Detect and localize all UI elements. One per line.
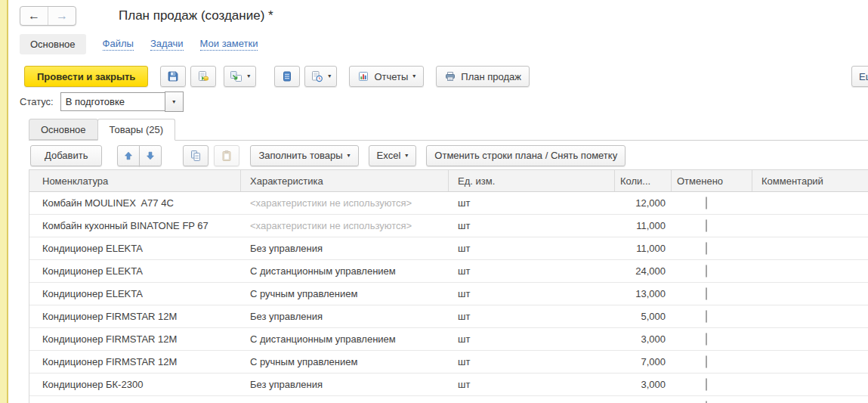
arrow-down-icon [145, 150, 156, 161]
cell-characteristic[interactable]: <характеристики не используются> [241, 197, 449, 209]
excel-label: Excel [377, 150, 401, 161]
nav-link-files[interactable]: Файлы [103, 38, 134, 51]
cell-nomenclature[interactable]: Кондиционер ELEKTA [29, 243, 241, 254]
canceled-checkbox[interactable] [706, 310, 707, 323]
nav-link-tasks[interactable]: Задачи [150, 38, 184, 51]
cell-canceled [672, 390, 752, 403]
history-nav-group: ← → [20, 6, 76, 26]
left-accent-stripe [0, 0, 8, 403]
status-input[interactable]: В подготовке [60, 92, 165, 111]
cell-qty[interactable]: 3,000 [615, 333, 672, 345]
canceled-checkbox[interactable] [706, 287, 707, 300]
cell-characteristic[interactable]: С дистанционным управлением [241, 265, 449, 277]
cell-qty[interactable]: 24,000 [615, 265, 672, 277]
excel-caret-icon: ▾ [405, 153, 408, 159]
create-based-on-button[interactable]: ▾ [224, 66, 256, 87]
page-title: План продаж (создание) * [119, 8, 273, 23]
command-toolbar: Провести и закрыть ▾ [24, 66, 530, 87]
cell-unit[interactable]: шт [449, 265, 615, 277]
cancel-plan-rows-button[interactable]: Отменить строки плана / Снять пометку [426, 145, 626, 166]
reports-button[interactable]: Отчеты ▾ [349, 66, 424, 87]
copy-rows-button[interactable] [183, 145, 209, 166]
canceled-checkbox[interactable] [706, 219, 707, 232]
column-header-characteristic[interactable]: Характеристика [241, 170, 449, 191]
canceled-checkbox[interactable] [706, 378, 707, 391]
print-sales-plan-button[interactable]: План продаж [436, 66, 530, 87]
canceled-checkbox[interactable] [706, 242, 707, 255]
back-button[interactable]: ← [20, 7, 48, 25]
post-document-button[interactable] [190, 66, 216, 87]
create-based-on-icon [230, 70, 242, 82]
cell-unit[interactable]: шт [449, 356, 615, 367]
column-header-unit[interactable]: Ед. изм. [449, 170, 615, 191]
cell-unit[interactable]: шт [449, 220, 615, 231]
goods-table: Номенклатура Характеристика Ед. изм. Кол… [29, 169, 868, 403]
move-up-button[interactable] [117, 145, 140, 166]
report-chart-icon [357, 70, 369, 82]
cell-unit[interactable]: шт [449, 243, 615, 254]
structure-button[interactable] [274, 66, 300, 87]
printer-icon [444, 70, 456, 82]
cell-nomenclature[interactable]: Кондиционер FIRMSTAR 12M [29, 356, 241, 367]
cell-qty[interactable]: 7,000 [615, 356, 672, 367]
cell-nomenclature[interactable]: Комбайн MOULINEX A77 4C [29, 197, 241, 209]
tab-goods[interactable]: Товары (25) [97, 119, 175, 141]
cell-characteristic[interactable]: С ручным управлением [241, 288, 449, 299]
status-caret-icon: ▾ [172, 99, 175, 105]
cell-nomenclature[interactable]: Комбайн кухонный BINATONE FP 67 [29, 220, 241, 231]
cell-qty[interactable]: 11,000 [615, 220, 672, 231]
reports-label: Отчеты [374, 71, 408, 82]
add-row-button[interactable]: Добавить [30, 145, 102, 166]
tab-main[interactable]: Основное [29, 119, 98, 140]
canceled-checkbox[interactable] [706, 333, 707, 346]
table-row[interactable]: Кондиционер БК-2300 С дистанционным упра… [29, 396, 868, 403]
reports-caret-icon: ▾ [412, 73, 415, 79]
cell-characteristic[interactable]: С ручным управлением [241, 356, 449, 367]
nav-link-notes[interactable]: Мои заметки [200, 38, 258, 51]
cell-nomenclature[interactable]: Кондиционер БК-2300 [29, 379, 241, 390]
cell-unit[interactable]: шт [449, 197, 615, 209]
nav-item-main[interactable]: Основное [20, 34, 86, 54]
cell-nomenclature[interactable]: Кондиционер FIRMSTAR 12M [29, 311, 241, 322]
cell-qty[interactable]: 3,000 [615, 379, 672, 390]
cell-qty[interactable]: 5,000 [615, 311, 672, 322]
excel-button[interactable]: Excel ▾ [369, 145, 417, 166]
cell-qty[interactable]: 12,000 [615, 197, 672, 209]
paste-rows-button[interactable] [214, 145, 239, 166]
canceled-checkbox[interactable] [706, 197, 707, 209]
content-tabstrip: Основное Товары (25) [29, 119, 868, 141]
fill-goods-button[interactable]: Заполнить товары ▾ [250, 145, 358, 166]
status-dropdown-button[interactable]: ▾ [165, 91, 184, 112]
cell-nomenclature[interactable]: Кондиционер ELEKTA [29, 265, 241, 277]
canceled-checkbox[interactable] [706, 355, 707, 368]
move-row-group [117, 145, 162, 166]
create-based-on-caret-icon: ▾ [247, 73, 250, 79]
move-down-button[interactable] [139, 145, 162, 166]
forward-arrow-icon: → [56, 9, 68, 23]
column-header-quantity[interactable]: Коли... [615, 170, 672, 191]
cell-characteristic[interactable]: Без управления [241, 379, 449, 390]
table-toolbar: Добавить [30, 145, 626, 166]
forward-button[interactable]: → [48, 7, 76, 25]
cell-nomenclature[interactable]: Кондиционер FIRMSTAR 12M [29, 333, 241, 345]
cell-unit[interactable]: шт [449, 333, 615, 345]
cell-characteristic[interactable]: С дистанционным управлением [241, 333, 449, 345]
more-button[interactable]: Еще [851, 66, 868, 87]
post-and-close-label: Провести и закрыть [37, 71, 135, 82]
stack-icon [281, 70, 293, 82]
cell-qty[interactable]: 11,000 [615, 243, 672, 254]
canceled-checkbox[interactable] [706, 265, 707, 277]
cell-characteristic[interactable]: Без управления [241, 243, 449, 254]
column-header-nomenclature[interactable]: Номенклатура [29, 170, 241, 191]
cell-unit[interactable]: шт [449, 288, 615, 299]
column-header-comment[interactable]: Комментарий [752, 170, 868, 191]
cell-characteristic[interactable]: Без управления [241, 311, 449, 322]
post-and-close-button[interactable]: Провести и закрыть [24, 66, 148, 87]
cell-qty[interactable]: 13,000 [615, 288, 672, 299]
save-button[interactable] [160, 66, 186, 87]
cell-nomenclature[interactable]: Кондиционер ELEKTA [29, 288, 241, 299]
cell-unit[interactable]: шт [449, 311, 615, 322]
cell-unit[interactable]: шт [449, 379, 615, 390]
cell-characteristic[interactable]: <характеристики не используются> [241, 220, 449, 231]
document-history-button[interactable]: ▾ [304, 66, 337, 87]
